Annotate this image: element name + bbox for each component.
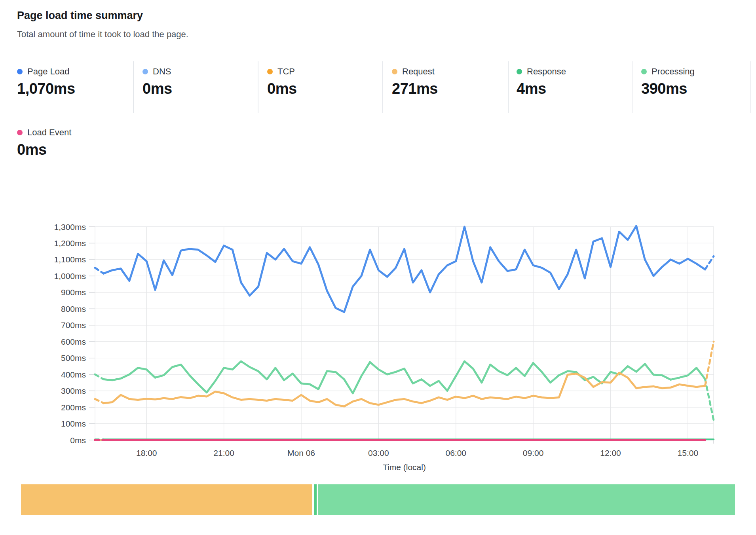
x-tick-label: 03:00 (368, 448, 389, 457)
y-tick-label: 100ms (61, 419, 86, 428)
series-page-load-dash-end (705, 256, 714, 269)
series-request-dash-end (705, 341, 714, 386)
y-tick-label: 900ms (61, 288, 86, 297)
series-request (104, 373, 705, 406)
x-axis-title: Time (local) (383, 463, 426, 472)
x-tick-label: Mon 06 (287, 448, 315, 457)
y-tick-label: 1,100ms (54, 255, 86, 264)
series-processing-dash-end (705, 379, 714, 420)
bar-segment-request-share (21, 484, 312, 515)
x-tick-label: 09:00 (523, 448, 544, 457)
series-request-dash-start (95, 399, 104, 403)
y-tick-label: 700ms (61, 321, 86, 330)
y-tick-label: 400ms (61, 370, 86, 379)
page-load-summary-panel: Page load time summary Total amount of t… (0, 0, 756, 535)
page-load-time-chart: 0ms100ms200ms300ms400ms500ms600ms700ms80… (0, 0, 756, 479)
y-tick-label: 1,200ms (54, 239, 86, 248)
y-tick-label: 0ms (70, 436, 86, 445)
y-tick-label: 300ms (61, 386, 86, 395)
y-tick-label: 200ms (61, 403, 86, 412)
y-tick-label: 500ms (61, 353, 86, 362)
x-tick-label: 18:00 (136, 448, 157, 457)
x-tick-label: 15:00 (678, 448, 699, 457)
x-tick-label: 12:00 (600, 448, 621, 457)
x-tick-label: 21:00 (213, 448, 234, 457)
series-page-load (104, 226, 705, 312)
series-processing-dash-start (95, 374, 104, 379)
bar-segment-processing-share (318, 484, 735, 515)
y-tick-label: 1,000ms (54, 271, 86, 281)
bar-segment-divider-sliver (314, 484, 317, 515)
y-tick-label: 600ms (61, 337, 86, 346)
x-tick-label: 06:00 (445, 448, 466, 457)
series-page-load-dash-start (95, 268, 104, 274)
y-tick-label: 800ms (61, 304, 86, 313)
timing-distribution-bar (21, 484, 735, 515)
y-tick-label: 1,300ms (54, 222, 86, 231)
